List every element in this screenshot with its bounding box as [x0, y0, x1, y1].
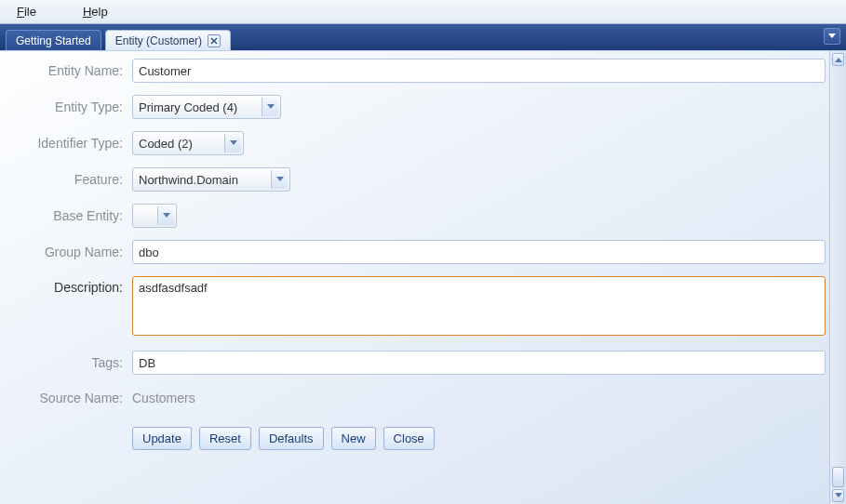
feature-select[interactable]: Northwind.Domain [132, 167, 290, 192]
close-tab-button[interactable] [208, 34, 221, 47]
update-button[interactable]: Update [132, 427, 192, 450]
chevron-down-icon [262, 98, 278, 116]
identifier-type-select[interactable]: Coded (2) [132, 131, 244, 155]
scroll-down-button[interactable] [832, 489, 844, 502]
close-button[interactable]: Close [383, 427, 435, 450]
chevron-down-icon [835, 493, 842, 498]
new-button[interactable]: New [331, 427, 376, 450]
chevron-down-icon [828, 33, 836, 39]
menubar: File Help [0, 0, 846, 24]
vertical-scrollbar[interactable] [829, 51, 846, 504]
label-group-name: Group Name: [11, 245, 132, 259]
base-entity-select[interactable] [132, 204, 177, 228]
tab-label: Getting Started [16, 34, 91, 47]
group-name-input[interactable] [132, 240, 826, 264]
entity-type-select[interactable]: Primary Coded (4) [132, 95, 281, 119]
entity-name-input[interactable] [132, 59, 826, 83]
scroll-thumb[interactable] [832, 467, 844, 487]
tab-getting-started[interactable]: Getting Started [6, 30, 101, 50]
select-value: Coded (2) [139, 137, 193, 151]
chevron-up-icon [835, 57, 842, 62]
tab-overflow-button[interactable] [824, 28, 840, 45]
source-name-value: Customers [132, 387, 826, 409]
label-identifier-type: Identifier Type: [11, 136, 132, 151]
tab-entity-customer[interactable]: Entity (Customer) [105, 30, 231, 50]
tab-label: Entity (Customer) [115, 34, 202, 47]
label-feature: Feature: [11, 172, 132, 187]
chevron-down-icon [224, 134, 241, 153]
scroll-up-button[interactable] [832, 53, 844, 66]
reset-button[interactable]: Reset [199, 427, 251, 450]
menu-help[interactable]: Help [74, 3, 117, 20]
button-bar: Update Reset Defaults New Close [132, 427, 826, 450]
select-value: Primary Coded (4) [139, 100, 237, 114]
tags-input[interactable] [132, 351, 826, 375]
label-tags: Tags: [11, 355, 132, 370]
label-source-name: Source Name: [11, 391, 132, 405]
menu-file[interactable]: File [7, 3, 46, 20]
tabstrip: Getting Started Entity (Customer) [0, 24, 846, 50]
select-value: Northwind.Domain [139, 173, 238, 187]
chevron-down-icon [157, 206, 174, 225]
label-base-entity: Base Entity: [11, 208, 132, 223]
chevron-down-icon [271, 170, 288, 189]
label-description: Description: [11, 276, 132, 295]
label-entity-type: Entity Type: [11, 99, 132, 114]
description-input[interactable] [132, 276, 826, 336]
form-panel: Entity Name: Entity Type: Primary Coded … [0, 50, 846, 504]
label-entity-name: Entity Name: [11, 63, 132, 78]
close-icon [210, 37, 218, 45]
defaults-button[interactable]: Defaults [259, 427, 324, 450]
